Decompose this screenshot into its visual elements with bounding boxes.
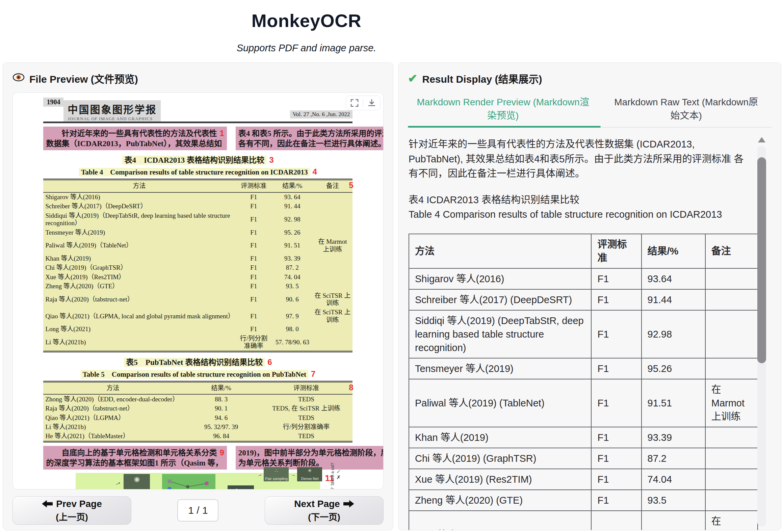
result-display-title: Result Display (结果展示) — [422, 71, 542, 86]
table-cell: 行/列分割 准确率 — [235, 334, 272, 351]
next-page-button[interactable]: Next Page (下一页) — [265, 496, 384, 525]
table-cell: 74. 04 — [272, 272, 312, 282]
table-cell: 在 Marmot 上训练 — [312, 237, 352, 254]
annotation-number: 8 — [349, 383, 353, 392]
table-cell: 98. 0 — [272, 325, 312, 334]
table-cell: Zheng 等人(2020) (GTE) — [409, 490, 591, 511]
table-cell: 行/列分割准确率 — [260, 423, 353, 432]
annotation-number: 5 — [349, 181, 353, 190]
table-cell — [312, 254, 352, 263]
doc-table4-title-en: Table 4 Comparison results of table stru… — [43, 166, 352, 177]
result-display-header: ✔ Result Display (结果展示) — [408, 71, 772, 86]
table-cell: 92. 98 — [272, 211, 312, 228]
doc-page-number: 1904 — [43, 98, 63, 107]
table-cell: Chi 等人(2019)（GraphTSR） — [43, 263, 235, 272]
table-header-cell: 备注 — [705, 234, 758, 268]
table-row: Schreiber 等人(2017) (DeepDeSRT)F191.44 — [409, 289, 758, 310]
table-cell: Shigarov 等人(2016) — [409, 268, 591, 289]
table-row: Siddiqi 等人(2019) (DeepTabStR, deep learn… — [409, 310, 758, 358]
table-cell: F1 — [591, 379, 641, 427]
file-preview-panel: File Preview (文件预览) 1904 — [3, 62, 393, 530]
table-cell: 93. 5 — [272, 282, 312, 291]
table-cell: TEDS — [260, 394, 353, 404]
table-cell: F1 — [235, 325, 272, 334]
fullscreen-button[interactable] — [350, 99, 359, 107]
doc-figure-1: 11 → → ◉ OCR — [43, 473, 352, 489]
page-title: MonkeyOCR — [0, 10, 613, 31]
table-cell: Zheng 等人(2020)（GTE） — [43, 282, 235, 291]
table-cell — [705, 469, 758, 490]
table-row: Long 等人(2021)F198. 0 — [43, 325, 352, 334]
table-cell: Tensmeyer 等人(2019) — [43, 228, 235, 237]
table-row: Li 等人(2021b)行/列分割 准确率57. 78/90. 63 — [43, 334, 352, 351]
table-row: Raja 等人(2020)（tabstruct-net）F190. 6在 Sci… — [43, 291, 352, 308]
table-cell: F1 — [591, 268, 641, 289]
scrollbar-thumb[interactable] — [757, 157, 766, 363]
table-cell: 93. 64 — [272, 192, 312, 202]
table-cell: Schreiber 等人(2017)（DeepDeSRT） — [43, 202, 235, 211]
doc-issue: Vol. 27 ,No. 6 ,Jun. 2022 — [290, 110, 353, 118]
table-row: Xue 等人(2019)（Res2TIM）F174. 04 — [43, 272, 352, 282]
table-cell: F1 — [235, 291, 272, 308]
table-cell: Khan 等人(2019) — [409, 427, 591, 448]
table-row: Khan 等人(2019)F193.39 — [409, 427, 758, 448]
table-row: Tensmeyer 等人(2019)F195. 26 — [43, 228, 352, 237]
table-cell — [312, 282, 352, 291]
file-preview-title: File Preview (文件预览) — [29, 71, 138, 86]
table-cell: 74.04 — [642, 469, 705, 490]
table-cell: Xue 等人(2019) (Res2TIM) — [409, 469, 591, 490]
tab-markdown-raw-text[interactable]: Markdown Raw Text (Markdown原始文本) — [601, 92, 772, 127]
doc-table5-title-cn: 表5 PubTabNet 表格结构识别结果比较6 — [43, 356, 352, 367]
table-cell: 96. 84 — [183, 432, 260, 442]
table-cell: 92.98 — [642, 310, 705, 358]
table-cell: 97. 9 — [272, 308, 312, 325]
document-page: 1904 中国图象图形学报 JOURNAL OF IMAGE AND GRAPH… — [43, 98, 352, 489]
prev-page-button[interactable]: Prev Page (上一页) — [12, 496, 131, 525]
table-row: Shigarov 等人(2016)F193.64 — [409, 268, 758, 289]
table-cell: Tensmeyer 等人(2019) — [409, 358, 591, 379]
scroll-down-icon[interactable] — [758, 530, 765, 530]
table-cell: Schreiber 等人(2017) (DeepDeSRT) — [409, 289, 591, 310]
table-header-cell: 备注 — [312, 180, 352, 192]
table-row: Schreiber 等人(2017)（DeepDeSRT）F191. 44 — [43, 202, 352, 211]
scrollbar — [757, 136, 767, 530]
table-cell: 93.5 — [642, 490, 705, 511]
doc-table5-title-en: Table 5 Comparison results of table stru… — [43, 369, 352, 379]
table-cell: 93.39 — [642, 427, 705, 448]
table-cell: Khan 等人(2019) — [43, 254, 235, 263]
download-button[interactable] — [367, 99, 376, 107]
table-cell — [705, 427, 758, 448]
table-cell: Paliwal 等人(2019) (TableNet) — [409, 379, 591, 427]
preview-toolbar — [346, 96, 381, 110]
document-header: 1904 中国图象图形学报 JOURNAL OF IMAGE AND GRAPH… — [43, 98, 352, 123]
table-cell — [705, 310, 758, 358]
tab-markdown-render-preview[interactable]: Markdown Render Preview (Markdown渲染预览) — [408, 92, 601, 127]
table-cell: F1 — [235, 228, 272, 237]
table-cell: Raja 等人(2020) (tabstruct-net) — [409, 511, 591, 530]
table-row: Tensmeyer 等人(2019)F195.26 — [409, 358, 758, 379]
annotation-number: 9 — [219, 448, 224, 457]
table-cell: F1 — [235, 308, 272, 325]
table-row: He 等人(2021)（TableMaster）96. 84TEDS — [43, 432, 352, 442]
table-cell: F1 — [235, 211, 272, 228]
page-indicator[interactable]: 1 / 1 — [177, 499, 218, 522]
scroll-up-icon[interactable] — [758, 137, 765, 142]
table-header-cell: 方法 — [409, 234, 591, 268]
doc-header-rule — [43, 122, 352, 123]
table-cell: 在 Marmot 上训练 — [705, 379, 758, 427]
cross-mark: ✗ — [336, 475, 341, 480]
pdf-preview-image[interactable]: 1904 中国图象图形学报 JOURNAL OF IMAGE AND GRAPH… — [12, 92, 384, 489]
table-cell — [312, 192, 352, 202]
table-cell — [705, 448, 758, 469]
annotation-number: 1 — [219, 129, 224, 138]
table-cell — [705, 289, 758, 310]
table-cell — [312, 334, 352, 351]
table-row: Chi 等人(2019)（GraphTSR）F187. 2 — [43, 263, 352, 272]
table-cell: F1 — [235, 202, 272, 211]
table-cell — [312, 211, 352, 228]
prev-arrow-icon — [42, 500, 53, 508]
table-header-cell: 结果/% — [272, 180, 312, 192]
markdown-paragraph: 针对近年来的一些具有代表性的方法及代表性数据集 (ICDAR2013, PubT… — [409, 137, 750, 181]
table-row: Zhong 等人(2020)（EDD, encoder-dual-decoder… — [43, 394, 352, 404]
table-header-cell: 评测标准 — [235, 180, 272, 192]
